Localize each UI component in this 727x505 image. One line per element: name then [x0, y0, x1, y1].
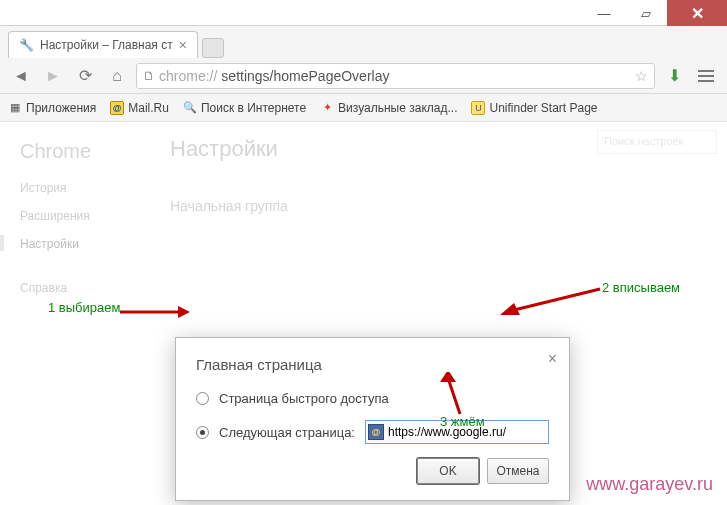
section-startup: Начальная группа: [170, 198, 717, 214]
tab-title: Настройки – Главная стр: [40, 38, 173, 52]
url-scheme: chrome://: [159, 68, 217, 84]
new-tab-button[interactable]: [202, 38, 224, 58]
option-custom-page[interactable]: Следующая страница: @: [196, 420, 549, 444]
nav-settings[interactable]: Настройки: [20, 237, 150, 251]
svg-marker-3: [500, 303, 520, 315]
home-url-field[interactable]: @: [365, 420, 549, 444]
omnibox[interactable]: 🗋 chrome://settings/homePageOverlay ☆: [136, 63, 655, 89]
radio-label: Следующая страница:: [219, 425, 355, 440]
browser-toolbar: ◄ ► ⟳ ⌂ 🗋 chrome://settings/homePageOver…: [0, 58, 727, 94]
downloads-button[interactable]: ⬇: [661, 63, 687, 89]
settings-main: Настройки Поиск настроек Начальная групп…: [170, 122, 717, 214]
radio-quick-access[interactable]: [196, 392, 209, 405]
window-titlebar: — ▱ ✕: [0, 0, 727, 26]
nav-extensions[interactable]: Расширения: [20, 209, 150, 223]
mailru-favicon: @: [368, 424, 384, 440]
home-button[interactable]: ⌂: [104, 63, 130, 89]
cancel-button[interactable]: Отмена: [487, 458, 549, 484]
bookmark-mailru[interactable]: @ Mail.Ru: [110, 101, 169, 115]
svg-marker-1: [178, 306, 190, 318]
chrome-brand: Chrome: [20, 140, 150, 163]
arrow-2-icon: [500, 287, 610, 317]
home-page-dialog: × Главная страница Страница быстрого дос…: [175, 337, 570, 501]
watermark: www.garayev.ru: [586, 474, 713, 495]
mailru-icon: @: [110, 101, 124, 115]
dialog-close-button[interactable]: ×: [548, 350, 557, 368]
radio-custom-page[interactable]: [196, 426, 209, 439]
home-url-input[interactable]: [388, 425, 546, 439]
menu-button[interactable]: [693, 63, 719, 89]
svg-line-2: [510, 289, 600, 311]
page-icon: 🗋: [143, 69, 155, 83]
unifinder-icon: U: [471, 101, 485, 115]
settings-page: Chrome История Расширения Настройки Спра…: [0, 122, 727, 505]
apps-icon: ▦: [8, 101, 22, 115]
settings-search-input[interactable]: Поиск настроек: [597, 130, 717, 154]
settings-sidebar: Chrome История Расширения Настройки Спра…: [0, 122, 150, 295]
bk-label: Поиск в Интернете: [201, 101, 306, 115]
back-button[interactable]: ◄: [8, 63, 34, 89]
nav-history[interactable]: История: [20, 181, 150, 195]
tab-strip: 🔧 Настройки – Главная стр ×: [0, 26, 727, 58]
window-minimize-button[interactable]: —: [583, 0, 625, 26]
tab-settings[interactable]: 🔧 Настройки – Главная стр ×: [8, 31, 198, 58]
forward-button[interactable]: ►: [40, 63, 66, 89]
page-title: Настройки: [170, 136, 717, 162]
bk-label: Приложения: [26, 101, 96, 115]
bookmark-unifinder[interactable]: U Unifinder Start Page: [471, 101, 597, 115]
bk-label: Визуальные заклад...: [338, 101, 457, 115]
bookmark-star-icon[interactable]: ☆: [635, 68, 648, 84]
bookmark-visual[interactable]: ✦ Визуальные заклад...: [320, 101, 457, 115]
reload-button[interactable]: ⟳: [72, 63, 98, 89]
radio-label: Страница быстрого доступа: [219, 391, 389, 406]
arrow-1-icon: [120, 304, 190, 320]
option-quick-access[interactable]: Страница быстрого доступа: [196, 391, 549, 406]
annotation-2: 2 вписываем: [602, 280, 680, 295]
apps-shortcut[interactable]: ▦ Приложения: [8, 101, 96, 115]
wrench-icon: 🔧: [19, 38, 34, 52]
dialog-title: Главная страница: [196, 356, 549, 373]
ok-button[interactable]: OK: [417, 458, 479, 484]
bk-label: Mail.Ru: [128, 101, 169, 115]
visual-bookmarks-icon: ✦: [320, 101, 334, 115]
annotation-1: 1 выбираем: [48, 300, 120, 315]
window-maximize-button[interactable]: ▱: [625, 0, 667, 26]
hamburger-icon: [697, 70, 715, 82]
tab-close-icon[interactable]: ×: [179, 37, 187, 53]
bookmarks-bar: ▦ Приложения @ Mail.Ru 🔍 Поиск в Интерне…: [0, 94, 727, 122]
url-path: settings/homePageOverlay: [221, 68, 389, 84]
nav-help[interactable]: Справка: [20, 281, 150, 295]
bk-label: Unifinder Start Page: [489, 101, 597, 115]
search-icon: 🔍: [183, 101, 197, 115]
window-close-button[interactable]: ✕: [667, 0, 727, 26]
bookmark-search[interactable]: 🔍 Поиск в Интернете: [183, 101, 306, 115]
